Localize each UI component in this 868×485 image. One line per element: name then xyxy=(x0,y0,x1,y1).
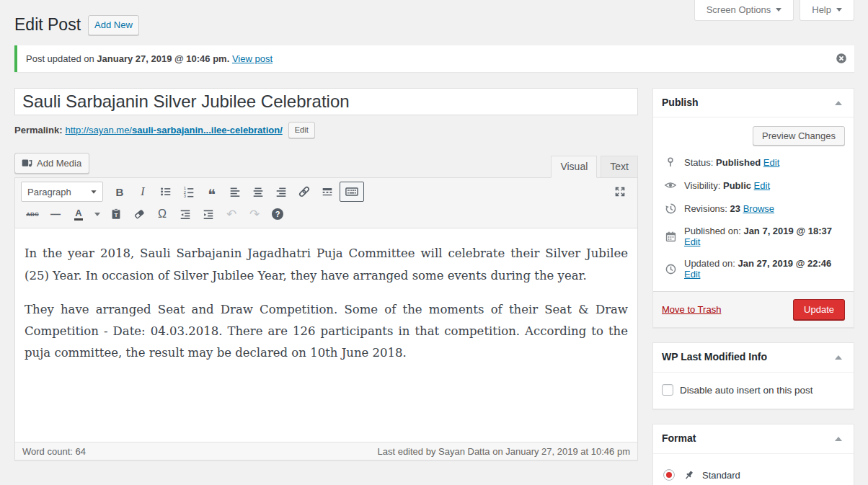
fullscreen-icon xyxy=(614,185,626,198)
dismiss-notice-button[interactable] xyxy=(836,53,847,64)
add-media-button[interactable]: Add Media xyxy=(14,153,89,174)
content-paragraph: In the year 2018, Sauli Sarbajanin Jagad… xyxy=(25,243,628,286)
edit-post-page: Screen Options Help Edit Post Add New Po… xyxy=(0,0,868,485)
revisions-icon xyxy=(663,203,678,215)
edit-status-link[interactable]: Edit xyxy=(763,157,779,168)
post-title-input[interactable] xyxy=(14,88,638,115)
insert-link-button[interactable] xyxy=(293,182,315,202)
format-option-standard[interactable]: Standard xyxy=(663,469,843,481)
preview-changes-button[interactable]: Preview Changes xyxy=(753,126,845,146)
indent-icon xyxy=(202,208,215,221)
wp-last-modified-panel-header[interactable]: WP Last Modified Info xyxy=(653,343,854,373)
special-character-button[interactable]: Ω xyxy=(151,204,173,224)
indent-button[interactable] xyxy=(198,204,219,224)
move-to-trash-link[interactable]: Move to Trash xyxy=(662,304,721,315)
revisions-value: 23 xyxy=(730,203,740,214)
collapse-panel-button[interactable] xyxy=(832,434,845,444)
align-left-icon xyxy=(229,185,242,198)
wp-last-modified-panel: WP Last Modified Info Disable auto inser… xyxy=(652,342,854,409)
format-panel: Format xyxy=(652,424,854,485)
align-right-button[interactable] xyxy=(270,182,292,202)
edit-permalink-button[interactable]: Edit xyxy=(288,122,315,139)
edit-published-date-link[interactable]: Edit xyxy=(684,236,700,247)
update-button[interactable]: Update xyxy=(793,299,845,320)
text-color-dropdown-button[interactable] xyxy=(91,204,104,224)
word-count: Word count: 64 xyxy=(22,446,86,457)
notice-text: Post updated on xyxy=(26,53,94,64)
media-icon xyxy=(21,157,33,169)
paragraph-format-dropdown[interactable]: Paragraph xyxy=(21,182,103,202)
editor-content-area[interactable]: In the year 2018, Sauli Sarbajanin Jagad… xyxy=(15,228,637,442)
permalink-link[interactable]: http://sayan.me/sauli-sarbajanin...ilee-… xyxy=(65,125,282,135)
visibility-icon xyxy=(663,179,678,192)
numbered-list-button[interactable]: 1 2 3 xyxy=(178,182,200,202)
numbered-list-icon: 1 2 3 xyxy=(182,185,195,198)
editor-toolbar: Paragraph B I xyxy=(15,178,637,228)
paste-as-text-button[interactable]: T xyxy=(105,204,127,224)
screen-options-label: Screen Options xyxy=(707,4,771,15)
tab-visual[interactable]: Visual xyxy=(551,156,597,178)
bulleted-list-icon xyxy=(159,185,172,198)
pushpin-icon xyxy=(681,469,696,481)
bold-button[interactable]: B xyxy=(109,182,130,202)
disable-auto-insert-option[interactable]: Disable auto insert on this post xyxy=(662,384,845,396)
post-status-icon xyxy=(663,156,678,168)
link-icon xyxy=(298,185,311,198)
visibility-value: Public xyxy=(723,180,751,191)
clock-icon xyxy=(663,263,678,275)
post-body-content: Permalink: http://sayan.me/sauli-sarbaja… xyxy=(14,88,638,461)
redo-button[interactable]: ↷ xyxy=(244,204,265,224)
blockquote-button[interactable]: ❝ xyxy=(201,182,223,202)
fullscreen-button[interactable] xyxy=(609,182,631,202)
view-post-link[interactable]: View post xyxy=(232,53,273,64)
format-panel-header[interactable]: Format xyxy=(653,424,854,454)
add-new-button[interactable]: Add New xyxy=(88,15,139,35)
blockquote-icon: ❝ xyxy=(208,185,216,198)
text-color-icon: A xyxy=(74,208,83,221)
text-color-button[interactable]: A xyxy=(68,204,89,224)
align-left-button[interactable] xyxy=(224,182,246,202)
disable-auto-insert-checkbox[interactable] xyxy=(662,384,673,396)
undo-button[interactable]: ↶ xyxy=(221,204,242,224)
screen-options-button[interactable]: Screen Options xyxy=(694,0,794,21)
collapse-panel-button[interactable] xyxy=(832,352,845,362)
permalink-row: Permalink: http://sayan.me/sauli-sarbaja… xyxy=(14,122,638,139)
chevron-down-icon xyxy=(776,8,781,12)
align-center-button[interactable] xyxy=(247,182,269,202)
read-more-button[interactable] xyxy=(316,182,338,202)
chevron-down-icon xyxy=(94,213,100,216)
toolbar-toggle-button[interactable] xyxy=(340,182,364,202)
align-right-icon xyxy=(275,185,288,198)
bulleted-list-button[interactable] xyxy=(155,182,177,202)
clear-formatting-button[interactable] xyxy=(128,204,150,224)
tab-text[interactable]: Text xyxy=(601,156,638,177)
updated-on-row: Updated on: Jan 27, 2019 @ 22:46 Edit xyxy=(663,258,843,280)
status-row: Status: Published Edit xyxy=(663,156,843,168)
outdent-button[interactable] xyxy=(174,204,196,224)
wp-last-modified-title: WP Last Modified Info xyxy=(662,350,767,365)
chevron-up-icon xyxy=(835,101,842,105)
strikethrough-icon: ABC xyxy=(26,211,38,218)
browse-revisions-link[interactable]: Browse xyxy=(743,203,774,214)
publish-actions: Move to Trash Update xyxy=(653,291,854,327)
keyboard-shortcuts-button[interactable]: ? xyxy=(267,204,288,224)
chevron-up-icon xyxy=(835,437,842,441)
permalink-label: Permalink: xyxy=(14,125,62,135)
publish-panel-header[interactable]: Publish xyxy=(653,89,854,118)
strikethrough-button[interactable]: ABC xyxy=(22,204,43,224)
published-on-row: Published on: Jan 7, 2019 @ 18:37 Edit xyxy=(663,226,843,247)
revisions-label: Revisions: xyxy=(684,203,727,214)
edit-visibility-link[interactable]: Edit xyxy=(754,180,770,191)
editor-tabs: Visual Text xyxy=(547,156,638,177)
svg-text:T: T xyxy=(115,213,118,219)
omega-icon: Ω xyxy=(158,208,167,221)
visibility-label: Visibility: xyxy=(684,180,720,191)
italic-button[interactable]: I xyxy=(132,182,154,202)
horizontal-rule-button[interactable]: — xyxy=(45,204,66,224)
horizontal-rule-icon: — xyxy=(50,208,61,220)
format-radio-standard[interactable] xyxy=(663,469,675,481)
help-button[interactable]: Help xyxy=(800,0,854,21)
edit-updated-date-link[interactable]: Edit xyxy=(684,269,700,280)
status-label: Status: xyxy=(684,157,713,168)
collapse-panel-button[interactable] xyxy=(832,98,845,108)
